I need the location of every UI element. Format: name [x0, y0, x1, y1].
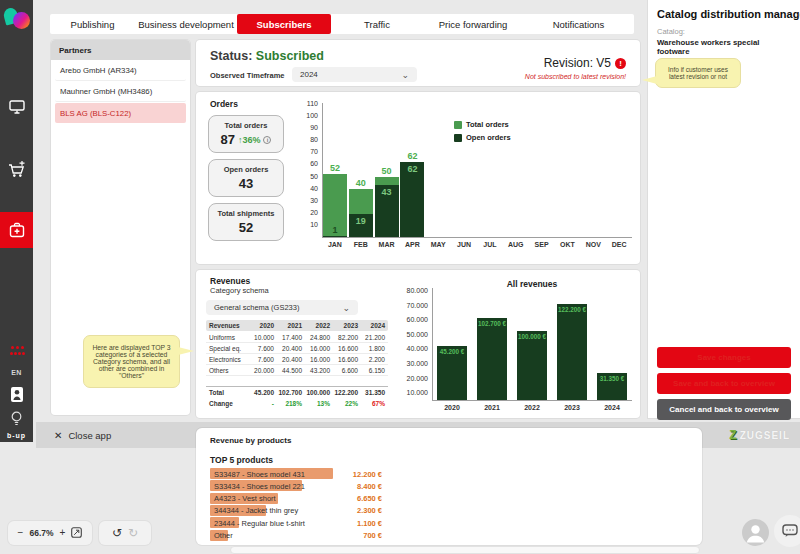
orders-panel: Orders Total orders87↑36%iOpen orders43T…: [196, 92, 640, 264]
product-row: S33487 - Shoes model 43112.200 €: [210, 468, 610, 479]
status-line: Status: Subscribed: [210, 49, 324, 63]
revision-note-text: Info if customer uses latest revision or…: [662, 66, 734, 80]
partners-header: Partners: [51, 40, 190, 60]
zugseil-brand: Z ZUGSEIL: [729, 428, 790, 442]
status-label: Status:: [210, 49, 252, 63]
revenue-bar-2021: [477, 318, 507, 400]
tab-business-development[interactable]: Business development: [135, 14, 237, 34]
horizontal-scrollbar[interactable]: [230, 546, 700, 554]
product-row: 23444 - Regular blue t-shirt1.100 €: [210, 517, 610, 528]
product-row: A4323 - Vest short6.650 €: [210, 493, 610, 504]
partner-item[interactable]: Mauhner GmbH (MH3486): [55, 82, 186, 102]
zoom-in-button[interactable]: +: [60, 528, 66, 538]
undo-button[interactable]: ↺: [112, 528, 122, 538]
note-pointer: [178, 347, 194, 355]
categories-annotation-note: Here are displayed TOP 3 categories of a…: [83, 335, 180, 388]
app-logo-icon[interactable]: [0, 0, 33, 34]
revision-warning: Not subscribed to latest revision!: [525, 73, 626, 80]
fit-to-screen-icon[interactable]: [71, 527, 82, 540]
tab-traffic[interactable]: Traffic: [331, 14, 423, 34]
all-revenues-chart: All revenues 80.00070.00060.00050.00040.…: [196, 270, 640, 418]
top5-products-chart: S33487 - Shoes model 43112.200 €S33434 -…: [196, 428, 702, 545]
bup-logo: b-up: [0, 429, 33, 441]
tab-bar: PublishingBusiness developmentSubscriber…: [50, 14, 634, 34]
orders-chart: 110100908070605040302010JANFEBMARAPRMAYJ…: [196, 92, 640, 264]
revenue-by-products-panel: Revenue by products TOP 5 products S3348…: [196, 428, 702, 545]
timeframe-value: 2024: [300, 70, 318, 79]
categories-note-text: Here are displayed TOP 3 categories of a…: [90, 344, 173, 379]
logo-circle-shape: [13, 12, 30, 29]
product-row: Other700 €: [210, 530, 610, 541]
language-switcher[interactable]: EN: [0, 366, 33, 378]
comments-button[interactable]: [774, 515, 800, 547]
cart-plus-icon[interactable]: [0, 154, 33, 184]
revenues-panel: Revenues Category schema General schema …: [196, 270, 640, 418]
tab-subscribers[interactable]: Subscribers: [237, 14, 331, 34]
catalog-add-icon[interactable]: [0, 212, 33, 248]
zoom-out-button[interactable]: −: [18, 528, 24, 538]
zoom-toolbar: − 66.7% +: [8, 521, 92, 545]
legend-total-orders: Total orders: [454, 120, 509, 129]
save-changes-button[interactable]: Save changes: [657, 347, 791, 368]
page-title: Catalog distribution manager: [657, 8, 792, 20]
revision-annotation-note: Info if customer uses latest revision or…: [655, 58, 741, 88]
dots-cluster-icon[interactable]: [0, 344, 33, 358]
close-app-button[interactable]: ✕ Close app: [54, 430, 111, 441]
partners-list: Arebo GmbH (AR334)Mauhner GmbH (MH3486)B…: [51, 61, 190, 123]
zugseil-logo-text: ZUGSEIL: [740, 430, 790, 441]
revenue-bar-2022: [517, 331, 547, 400]
revision-line: Revision: V5 !: [544, 56, 626, 70]
redo-button[interactable]: ↻: [128, 528, 138, 538]
sidebar: EN b-up: [0, 0, 33, 442]
close-app-label: Close app: [68, 430, 111, 441]
chevron-down-icon: ⌄: [401, 72, 409, 78]
revenue-bar-2023: [557, 304, 587, 400]
close-icon: ✕: [54, 430, 62, 441]
tab-notifications[interactable]: Notifications: [523, 14, 634, 34]
timeframe-label: Observed Timeframe: [210, 71, 284, 80]
partner-item[interactable]: Arebo GmbH (AR334): [55, 61, 186, 81]
status-panel: Status: Subscribed Observed Timeframe 20…: [196, 40, 640, 86]
zoom-level: 66.7%: [29, 528, 53, 538]
bup-logo-text: b-up: [7, 432, 26, 439]
language-label: EN: [11, 369, 22, 376]
all-revenues-title: All revenues: [432, 279, 632, 289]
cancel-and-back-to-overview-button[interactable]: Cancel and back to overview: [657, 399, 791, 420]
tab-price-forwarding[interactable]: Price forwarding: [423, 14, 523, 34]
user-avatar[interactable]: [742, 519, 769, 550]
history-toolbar: ↺ ↻: [99, 521, 151, 545]
id-badge-icon[interactable]: [0, 384, 33, 404]
zugseil-logo-icon: Z: [729, 428, 736, 442]
chat-bubble-icon: [782, 524, 798, 538]
catalog-value: Warehouse workers special footware: [657, 38, 792, 56]
product-row: S33434 - Shoes model 2218.400 €: [210, 480, 610, 491]
revision-alert-icon[interactable]: !: [615, 58, 626, 69]
lightbulb-icon[interactable]: [0, 410, 33, 426]
status-value: Subscribed: [256, 49, 324, 63]
monitor-icon[interactable]: [0, 92, 33, 122]
app-root: EN b-up PublishingBusiness developmentSu…: [0, 0, 800, 554]
tab-publishing[interactable]: Publishing: [50, 14, 135, 34]
save-and-back-to-overview-button[interactable]: Save and back to overview: [657, 373, 791, 394]
partner-item[interactable]: BLS AG (BLS-C122): [55, 103, 186, 123]
revision-text: Revision: V5: [544, 56, 611, 70]
product-row: 344344 - Jacket thin grey2.300 €: [210, 505, 610, 516]
timeframe-dropdown[interactable]: 2024 ⌄: [292, 67, 417, 82]
catalog-label: Catalog:: [657, 27, 792, 36]
open-orders-bar: [323, 236, 347, 237]
note-pointer: [642, 76, 657, 84]
legend-open-orders: Open orders: [454, 133, 511, 142]
